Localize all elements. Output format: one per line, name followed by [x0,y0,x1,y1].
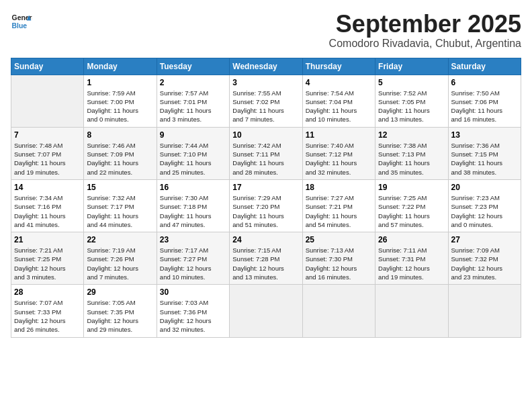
day-info: Sunrise: 7:38 AM Sunset: 7:13 PM Dayligh… [378,141,445,177]
calendar-cell [11,75,84,127]
day-info: Sunrise: 7:34 AM Sunset: 7:16 PM Dayligh… [14,193,81,229]
day-info: Sunrise: 7:27 AM Sunset: 7:21 PM Dayligh… [306,193,372,229]
calendar-cell [230,285,302,337]
calendar-cell: 8Sunrise: 7:46 AM Sunset: 7:09 PM Daylig… [84,127,157,179]
calendar-cell: 1Sunrise: 7:59 AM Sunset: 7:00 PM Daylig… [84,75,157,127]
calendar-week-row: 21Sunrise: 7:21 AM Sunset: 7:25 PM Dayli… [11,232,521,285]
day-number: 7 [14,130,81,140]
calendar-cell: 20Sunrise: 7:23 AM Sunset: 7:23 PM Dayli… [448,179,521,232]
calendar-cell [375,285,448,337]
day-info: Sunrise: 7:57 AM Sunset: 7:01 PM Dayligh… [160,89,226,124]
calendar-cell: 4Sunrise: 7:54 AM Sunset: 7:04 PM Daylig… [302,75,375,127]
calendar-cell: 11Sunrise: 7:40 AM Sunset: 7:12 PM Dayli… [302,127,375,179]
day-number: 27 [451,235,518,244]
day-number: 11 [306,130,372,140]
day-number: 28 [14,287,81,297]
calendar-cell [448,285,521,337]
day-number: 25 [306,235,372,244]
day-number: 14 [14,183,81,192]
day-info: Sunrise: 7:17 AM Sunset: 7:27 PM Dayligh… [160,246,226,281]
weekday-header: Saturday [448,58,521,75]
calendar-cell: 30Sunrise: 7:03 AM Sunset: 7:36 PM Dayli… [157,285,229,337]
calendar-cell: 6Sunrise: 7:50 AM Sunset: 7:06 PM Daylig… [448,75,521,127]
weekday-header: Wednesday [230,58,302,75]
calendar-cell: 22Sunrise: 7:19 AM Sunset: 7:26 PM Dayli… [84,232,157,285]
calendar-cell: 2Sunrise: 7:57 AM Sunset: 7:01 PM Daylig… [157,75,229,127]
calendar-cell: 5Sunrise: 7:52 AM Sunset: 7:05 PM Daylig… [375,75,448,127]
day-number: 5 [378,78,445,87]
location-title: Comodoro Rivadavia, Chubut, Argentina [329,38,521,50]
weekday-header-row: SundayMondayTuesdayWednesdayThursdayFrid… [11,58,521,75]
day-info: Sunrise: 7:48 AM Sunset: 7:07 PM Dayligh… [14,141,81,177]
day-info: Sunrise: 7:07 AM Sunset: 7:33 PM Dayligh… [14,298,81,334]
calendar-cell: 10Sunrise: 7:42 AM Sunset: 7:11 PM Dayli… [230,127,302,179]
page-header: General Blue September 2025 Comodoro Riv… [11,11,521,50]
day-info: Sunrise: 7:36 AM Sunset: 7:15 PM Dayligh… [451,141,518,177]
day-info: Sunrise: 7:50 AM Sunset: 7:06 PM Dayligh… [451,89,518,124]
calendar-cell: 28Sunrise: 7:07 AM Sunset: 7:33 PM Dayli… [11,285,84,337]
day-number: 16 [160,183,226,192]
weekday-header: Monday [84,58,157,75]
day-info: Sunrise: 7:15 AM Sunset: 7:28 PM Dayligh… [232,246,299,281]
day-info: Sunrise: 7:05 AM Sunset: 7:35 PM Dayligh… [87,298,153,334]
day-number: 13 [451,130,518,140]
day-info: Sunrise: 7:23 AM Sunset: 7:23 PM Dayligh… [451,193,518,229]
day-info: Sunrise: 7:54 AM Sunset: 7:04 PM Dayligh… [306,89,372,124]
day-info: Sunrise: 7:09 AM Sunset: 7:32 PM Dayligh… [451,246,518,281]
day-info: Sunrise: 7:03 AM Sunset: 7:36 PM Dayligh… [160,298,226,334]
calendar-cell [302,285,375,337]
day-info: Sunrise: 7:32 AM Sunset: 7:17 PM Dayligh… [87,193,153,229]
calendar-week-row: 28Sunrise: 7:07 AM Sunset: 7:33 PM Dayli… [11,285,521,337]
day-number: 10 [232,130,299,140]
calendar-week-row: 14Sunrise: 7:34 AM Sunset: 7:16 PM Dayli… [11,179,521,232]
day-number: 2 [160,78,226,87]
weekday-header: Thursday [302,58,375,75]
title-block: September 2025 Comodoro Rivadavia, Chubu… [329,11,521,50]
day-info: Sunrise: 7:40 AM Sunset: 7:12 PM Dayligh… [306,141,372,177]
logo-icon: General Blue [11,11,32,32]
day-number: 6 [451,78,518,87]
day-info: Sunrise: 7:30 AM Sunset: 7:18 PM Dayligh… [160,193,226,229]
svg-text:Blue: Blue [12,22,28,30]
calendar-cell: 12Sunrise: 7:38 AM Sunset: 7:13 PM Dayli… [375,127,448,179]
day-number: 30 [160,287,226,297]
calendar-cell: 25Sunrise: 7:13 AM Sunset: 7:30 PM Dayli… [302,232,375,285]
calendar-cell: 23Sunrise: 7:17 AM Sunset: 7:27 PM Dayli… [157,232,229,285]
day-info: Sunrise: 7:44 AM Sunset: 7:10 PM Dayligh… [160,141,226,177]
day-info: Sunrise: 7:29 AM Sunset: 7:20 PM Dayligh… [232,193,299,229]
day-number: 29 [87,287,153,297]
calendar-cell: 19Sunrise: 7:25 AM Sunset: 7:22 PM Dayli… [375,179,448,232]
calendar-cell: 24Sunrise: 7:15 AM Sunset: 7:28 PM Dayli… [230,232,302,285]
day-number: 1 [87,78,153,87]
calendar-cell: 27Sunrise: 7:09 AM Sunset: 7:32 PM Dayli… [448,232,521,285]
calendar-cell: 21Sunrise: 7:21 AM Sunset: 7:25 PM Dayli… [11,232,84,285]
day-number: 12 [378,130,445,140]
day-info: Sunrise: 7:21 AM Sunset: 7:25 PM Dayligh… [14,246,81,281]
weekday-header: Sunday [11,58,84,75]
day-number: 23 [160,235,226,244]
calendar-table: SundayMondayTuesdayWednesdayThursdayFrid… [11,58,521,338]
month-title: September 2025 [329,11,521,38]
day-number: 20 [451,183,518,192]
day-info: Sunrise: 7:55 AM Sunset: 7:02 PM Dayligh… [232,89,299,124]
calendar-cell: 7Sunrise: 7:48 AM Sunset: 7:07 PM Daylig… [11,127,84,179]
day-number: 18 [306,183,372,192]
calendar-cell: 16Sunrise: 7:30 AM Sunset: 7:18 PM Dayli… [157,179,229,232]
day-number: 15 [87,183,153,192]
day-info: Sunrise: 7:42 AM Sunset: 7:11 PM Dayligh… [232,141,299,177]
calendar-cell: 26Sunrise: 7:11 AM Sunset: 7:31 PM Dayli… [375,232,448,285]
day-number: 22 [87,235,153,244]
day-info: Sunrise: 7:13 AM Sunset: 7:30 PM Dayligh… [306,246,372,281]
calendar-cell: 9Sunrise: 7:44 AM Sunset: 7:10 PM Daylig… [157,127,229,179]
day-info: Sunrise: 7:19 AM Sunset: 7:26 PM Dayligh… [87,246,153,281]
calendar-cell: 3Sunrise: 7:55 AM Sunset: 7:02 PM Daylig… [230,75,302,127]
calendar-week-row: 7Sunrise: 7:48 AM Sunset: 7:07 PM Daylig… [11,127,521,179]
day-number: 9 [160,130,226,140]
day-info: Sunrise: 7:11 AM Sunset: 7:31 PM Dayligh… [378,246,445,281]
day-number: 8 [87,130,153,140]
day-number: 3 [232,78,299,87]
logo: General Blue [11,11,32,32]
calendar-cell: 29Sunrise: 7:05 AM Sunset: 7:35 PM Dayli… [84,285,157,337]
day-number: 19 [378,183,445,192]
day-number: 24 [232,235,299,244]
